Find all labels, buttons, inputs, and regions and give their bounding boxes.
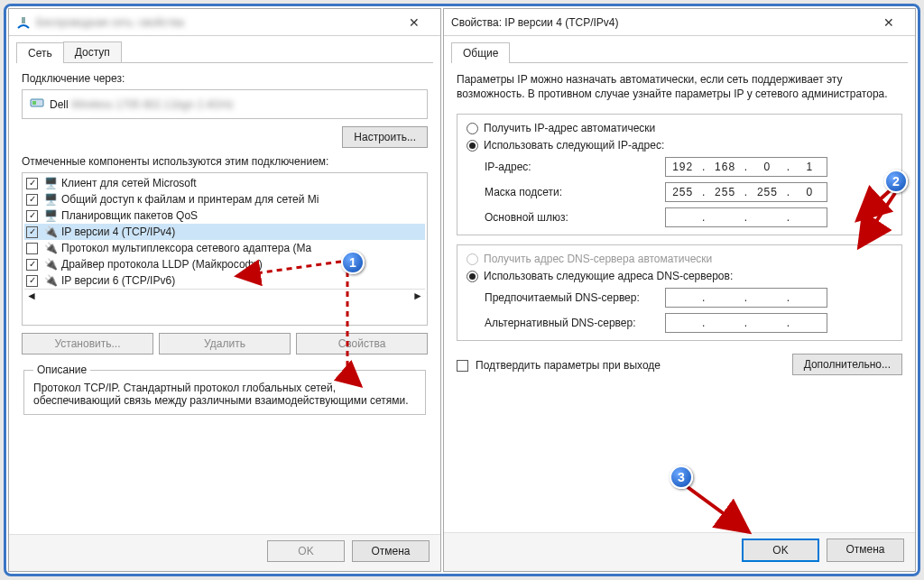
scroll-right-icon[interactable]: ► [412,290,423,302]
list-item-label: IP версии 6 (TCP/IPv6) [61,274,175,287]
titlebar-left: Беспроводная сеть: свойства ✕ [9,9,440,36]
window-title-left: Беспроводная сеть: свойства [36,16,395,29]
connect-via-label: Подключение через: [22,72,428,85]
list-item[interactable]: 🖥️ Общий доступ к файлам и принтерам для… [24,191,425,207]
radio-auto-dns: Получить адрес DNS-сервера автоматически [467,253,892,265]
checkbox[interactable] [26,178,38,189]
ip-fieldset: Получить IP-адрес автоматически Использо… [457,114,902,235]
adapter-box: Dell Wireless 1705 802.11bgn 2.4GHz [22,89,428,119]
radio-use-dns[interactable]: Использовать следующие адреса DNS-сервер… [467,270,892,282]
titlebar-right: Свойства: IP версии 4 (TCP/IPv4) ✕ [444,9,915,36]
radio-auto-ip[interactable]: Получить IP-адрес автоматически [467,122,892,134]
checkbox[interactable] [26,226,38,238]
protocol-icon: 🔌 [43,273,58,288]
dns2-input[interactable]: ... [665,313,827,333]
subnet-mask-label: Маска подсети: [485,186,665,198]
dns1-label: Предпочитаемый DNS-сервер: [485,291,665,304]
dialog-buttons-right: OK Отмена [444,532,915,571]
tabstrip-right: Общие [451,41,908,63]
wifi-icon [16,15,31,30]
radio-label-use-dns: Использовать следующие адреса DNS-сервер… [484,270,733,282]
configure-button[interactable]: Настроить... [342,126,428,148]
annotation-badge-1: 1 [341,251,365,274]
scroll-left-icon[interactable]: ◄ [26,290,37,302]
checkbox[interactable] [26,210,38,222]
radio-label-auto-dns: Получить адрес DNS-сервера автоматически [484,253,712,265]
tab-network[interactable]: Сеть [16,42,64,63]
protocol-icon: 🔌 [43,241,58,255]
radio-label-auto-ip: Получить IP-адрес автоматически [484,122,655,134]
ok-button-left[interactable]: OK [267,540,345,562]
ip-address-label: IP-адрес: [485,161,665,173]
network-properties-window: Беспроводная сеть: свойства ✕ Сеть Досту… [8,8,441,572]
radio-icon[interactable] [467,123,478,134]
tab-access[interactable]: Доступ [63,41,122,62]
description-fieldset: Описание Протокол TCP/IP. Стандартный пр… [23,364,426,415]
protocol-icon: 🔌 [43,225,58,239]
description-text: Протокол TCP/IP. Стандартный протокол гл… [33,382,416,407]
radio-use-ip[interactable]: Использовать следующий IP-адрес: [467,139,892,152]
dns-fieldset: Получить адрес DNS-сервера автоматически… [457,244,902,341]
adapter-name: Dell Wireless 1705 802.11bgn 2.4GHz [50,98,234,111]
radio-icon [467,253,478,265]
checkbox[interactable] [26,194,38,206]
checkbox[interactable] [26,275,38,287]
components-label: Отмеченные компоненты используются этим … [22,155,428,168]
annotation-badge-3: 3 [670,465,693,489]
cancel-button-left[interactable]: Отмена [352,540,430,562]
confirm-on-exit-row[interactable]: Подтвердить параметры при выходе [457,359,661,372]
checkbox[interactable] [457,360,468,372]
close-button-right[interactable]: ✕ [870,10,908,35]
cancel-button-right[interactable]: Отмена [827,539,904,562]
list-item[interactable]: 🔌 Драйвер протокола LLDP (Майкрософт) [24,256,425,272]
list-item-label: Драйвер протокола LLDP (Майкрософт) [61,258,263,271]
dns2-label: Альтернативный DNS-сервер: [485,317,665,329]
radio-icon[interactable] [467,140,478,152]
gateway-label: Основной шлюз: [485,211,665,224]
list-item[interactable]: 🖥️ Клиент для сетей Microsoft [24,175,425,191]
checkbox[interactable] [26,259,38,271]
component-icon: 🖥️ [43,208,58,223]
component-icon: 🖥️ [43,192,58,207]
svg-rect-2 [32,101,36,105]
close-button-left[interactable]: ✕ [395,10,433,35]
list-item-label: Клиент для сетей Microsoft [61,177,197,189]
ok-button-right[interactable]: OK [742,539,819,562]
list-item-ipv4[interactable]: 🔌 IP версии 4 (TCP/IPv4) [24,224,425,240]
confirm-label: Подтвердить параметры при выходе [476,359,661,372]
radio-label-use-ip: Использовать следующий IP-адрес: [484,139,664,152]
adapter-icon [30,96,44,113]
svg-rect-0 [22,17,25,23]
component-icon: 🖥️ [43,176,58,190]
dialog-buttons-left: OK Отмена [9,534,440,571]
list-item-label: Протокол мультиплексора сетевого адаптер… [61,242,311,254]
description-legend: Описание [33,364,90,376]
advanced-button[interactable]: Дополнительно... [792,354,902,375]
annotation-badge-2: 2 [884,170,908,193]
properties-button[interactable]: Свойства [296,333,428,354]
info-text: Параметры IP можно назначать автоматичес… [457,72,902,101]
list-item[interactable]: 🔌 IP версии 6 (TCP/IPv6) [24,272,425,289]
uninstall-button[interactable]: Удалить [159,333,291,354]
install-button[interactable]: Установить... [22,333,153,354]
protocol-icon: 🔌 [43,257,58,272]
tab-general[interactable]: Общие [451,42,510,63]
list-item-label: Общий доступ к файлам и принтерам для се… [61,193,319,206]
checkbox[interactable] [26,243,38,254]
subnet-mask-input[interactable]: 255. 255. 255. 0 [665,182,827,202]
list-item-label: Планировщик пакетов QoS [61,209,198,222]
radio-icon[interactable] [467,271,478,282]
window-title-right: Свойства: IP версии 4 (TCP/IPv4) [451,16,870,29]
tabstrip-left: Сеть Доступ [16,41,433,63]
components-listbox[interactable]: 🖥️ Клиент для сетей Microsoft 🖥️ Общий д… [22,172,428,326]
list-item[interactable]: 🖥️ Планировщик пакетов QoS [24,207,425,224]
list-item-label: IP версии 4 (TCP/IPv4) [61,226,175,238]
ip-address-input[interactable]: 192. 168. 0. 1 [665,157,827,177]
dns1-input[interactable]: ... [665,288,827,308]
gateway-input[interactable]: . . . [665,207,827,227]
list-item[interactable]: 🔌 Протокол мультиплексора сетевого адапт… [24,240,425,256]
